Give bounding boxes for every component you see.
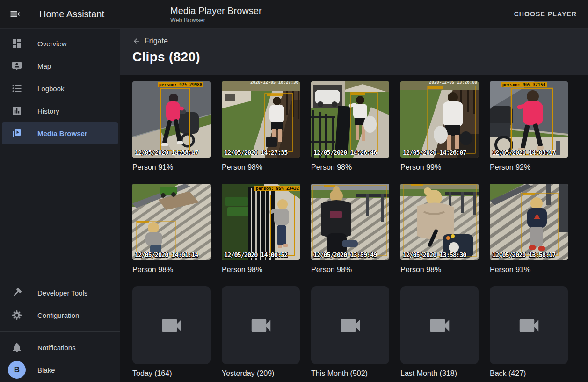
clip-timestamp: 12/05/2020 13:58:30: [403, 251, 466, 259]
chart-box-icon: [11, 105, 22, 116]
sidebar-toggle-menu-icon[interactable]: [9, 8, 21, 20]
dashboard-icon: [11, 38, 22, 49]
video-camera-icon: [516, 313, 542, 338]
clip-thumbnail: 12/05/2020 13:58:17: [490, 184, 568, 260]
map-marker-account-icon: [11, 60, 22, 72]
breadcrumb[interactable]: Frigate: [132, 37, 168, 45]
sidebar-item-label: Media Browser: [37, 130, 87, 137]
clip-thumbnail: 2020-12-05 16:27:36 12/05/2020 14:27:35: [222, 81, 300, 158]
clip-timestamp: 12/05/2020 14:01:14: [135, 251, 198, 259]
folder-thumbnail: [490, 286, 568, 364]
clip-caption: Person 98%: [311, 163, 389, 172]
video-camera-icon: [338, 313, 363, 338]
video-camera-icon: [248, 313, 274, 338]
clip-thumbnail: 12/05/2020 14:01:14: [132, 184, 211, 260]
clip-tile[interactable]: 2020-12-05 16:27:36 12/05/2020 14:27:35 …: [222, 81, 300, 172]
clip-caption: Person 98%: [311, 266, 389, 274]
clip-thumbnail: 2020-12-05 13:26:08 12/05/2020 14:26:07: [400, 81, 479, 158]
clip-caption: Person 92%: [490, 163, 568, 172]
sidebar-item-label: Overview: [37, 40, 67, 48]
sidebar-item-history[interactable]: History: [2, 100, 118, 122]
clip-timestamp: 12/05/2020 13:58:17: [492, 251, 555, 259]
folder-thumbnail: [132, 286, 211, 364]
sidebar-item-configuration[interactable]: Configuration: [2, 304, 118, 326]
folder-label: Last Month (318): [400, 369, 479, 378]
sidebar-item-notifications[interactable]: Notifications: [2, 336, 118, 359]
sidebar-item-map[interactable]: Map: [2, 55, 118, 77]
folder-tile-yesterday[interactable]: Yesterday (209): [222, 286, 300, 378]
detection-label: person: 96% 32154: [501, 82, 547, 87]
clip-thumbnail: 12/05/2020 13:59:49: [311, 184, 389, 260]
sidebar-item-label: Map: [37, 62, 51, 70]
clip-thumbnail: person: 96% 32154 12/05/2020 14:03:17: [490, 81, 568, 158]
sidebar-item-label: Developer Tools: [37, 289, 87, 297]
clip-tile[interactable]: person: 95% 23432 12/05/2020 14:00:52 Pe…: [222, 184, 300, 274]
folder-tile-back[interactable]: Back (427): [490, 286, 568, 378]
clip-timestamp: 12/05/2020 14:27:35: [224, 149, 287, 156]
camera-osd-timestamp: 2020-12-05 13:26:08: [429, 81, 477, 85]
choose-player-button[interactable]: CHOOSE PLAYER: [510, 7, 581, 22]
clip-timestamp: 12/05/2020 14:26:46: [313, 149, 377, 156]
clip-timestamp: 12/05/2020 13:59:49: [313, 251, 377, 259]
bell-icon: [11, 342, 22, 353]
clip-tile[interactable]: person: 96% 32154 12/05/2020 14:03:17 Pe…: [490, 81, 568, 172]
clip-tile[interactable]: 2020-12-05 13:26:08 12/05/2020 14:26:07 …: [400, 81, 479, 172]
clip-thumbnail: 12/05/2020 13:58:30: [400, 184, 479, 260]
detection-label: person: 97% 29988: [158, 82, 203, 87]
page-title: Clips (820): [132, 50, 588, 65]
camera-osd-timestamp: 2020-12-05 16:27:36: [250, 81, 298, 85]
clip-caption: Person 98%: [400, 266, 479, 274]
clip-caption: Person 98%: [222, 163, 300, 172]
clip-thumbnail: person: 95% 23432 12/05/2020 14:00:52: [222, 184, 300, 260]
folder-thumbnail: [311, 286, 389, 364]
detection-label: person: 95% 23432: [254, 186, 300, 191]
gear-icon: [11, 310, 22, 321]
sidebar-item-label: Configuration: [37, 311, 79, 319]
clip-caption: Person 91%: [490, 266, 568, 274]
folder-label: This Month (502): [311, 369, 389, 378]
app-top-bar: Home Assistant Media Player Browser Web …: [0, 0, 588, 29]
list-bulleted-icon: [11, 83, 22, 94]
back-arrow-icon: [132, 37, 141, 45]
media-browser-subtitle: Web Browser: [170, 17, 262, 23]
browse-header: Frigate Clips (820): [120, 29, 588, 75]
sidebar-divider: [0, 331, 120, 332]
user-name: Blake: [37, 366, 55, 374]
media-browser-header: Media Player Browser Web Browser: [170, 5, 262, 23]
folder-tile-this-month[interactable]: This Month (502): [311, 286, 389, 378]
clip-tile[interactable]: 12/05/2020 14:26:46 Person 98%: [311, 81, 389, 172]
folder-thumbnail: [222, 286, 300, 364]
sidebar-item-media-browser[interactable]: Media Browser: [2, 122, 118, 144]
folder-tile-last-month[interactable]: Last Month (318): [400, 286, 479, 378]
folder-tile-today[interactable]: Today (164): [132, 286, 211, 378]
media-browser-icon: [11, 128, 22, 139]
clip-tile[interactable]: 12/05/2020 13:59:49 Person 98%: [311, 184, 389, 274]
sidebar-item-label: History: [37, 107, 59, 115]
sidebar-item-logbook[interactable]: Logbook: [2, 77, 118, 100]
avatar: B: [8, 361, 26, 379]
clip-timestamp: 12/05/2020 14:00:52: [224, 251, 287, 259]
clip-caption: Person 98%: [222, 266, 300, 274]
sidebar-item-overview[interactable]: Overview: [2, 32, 118, 55]
folder-label: Today (164): [132, 369, 211, 378]
sidebar-item-developer-tools[interactable]: Developer Tools: [2, 281, 118, 304]
media-browser-content: Frigate Clips (820): [120, 29, 588, 382]
clip-timestamp: 12/05/2020 14:38:47: [135, 149, 198, 156]
clip-tile[interactable]: 12/05/2020 13:58:30 Person 98%: [400, 184, 479, 274]
clip-tile[interactable]: 12/05/2020 13:58:17 Person 91%: [490, 184, 568, 274]
clip-timestamp: 12/05/2020 14:26:07: [403, 149, 466, 156]
clip-thumbnail: 12/05/2020 14:26:46: [311, 81, 389, 158]
video-camera-icon: [159, 313, 184, 338]
hammer-icon: [11, 287, 22, 298]
clip-tile[interactable]: person: 97% 29988 12/05/2020 14:38:47 Pe…: [132, 81, 211, 172]
clip-caption: Person 99%: [400, 163, 479, 172]
folder-thumbnail: [400, 286, 479, 364]
app-title: Home Assistant: [39, 9, 148, 20]
sidebar-item-user-profile[interactable]: B Blake: [2, 359, 118, 381]
sidebar: Overview Map Logbook History Media Brows…: [0, 29, 120, 382]
breadcrumb-label: Frigate: [145, 37, 168, 45]
folder-label: Yesterday (209): [222, 369, 300, 378]
media-browser-title: Media Player Browser: [170, 5, 262, 16]
clip-caption: Person 98%: [132, 266, 211, 274]
clip-tile[interactable]: 12/05/2020 14:01:14 Person 98%: [132, 184, 211, 274]
